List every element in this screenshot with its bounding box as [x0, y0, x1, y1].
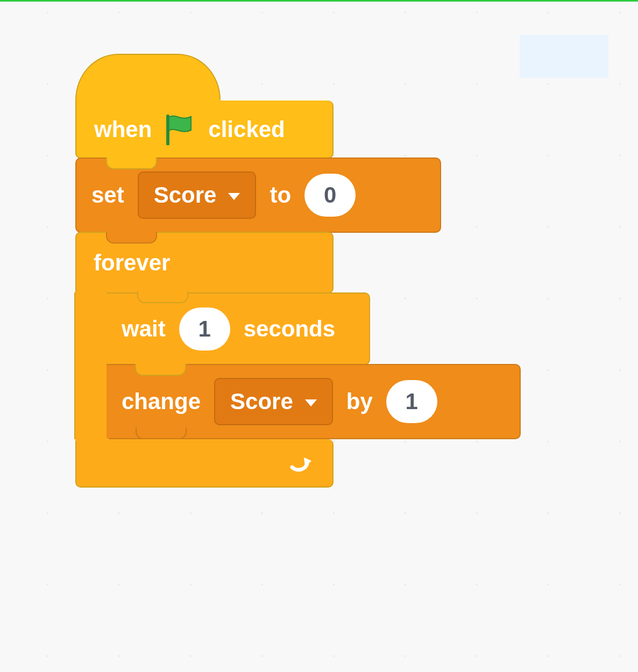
selection-highlight	[520, 35, 608, 78]
chevron-down-icon	[228, 193, 240, 200]
value-text: 0	[324, 182, 336, 208]
value-input[interactable]: 0	[304, 174, 356, 217]
forever-label: forever	[94, 250, 170, 276]
change-label: change	[122, 389, 201, 414]
forever-block[interactable]: forever wait 1 seconds change Score by	[75, 232, 334, 488]
dropdown-label: Score	[154, 182, 217, 208]
loop-arrow-icon	[288, 452, 314, 474]
top-border-accent	[0, 0, 638, 2]
when-flag-clicked-block[interactable]: when clicked	[75, 54, 334, 159]
wait-label: wait	[122, 316, 166, 342]
variable-dropdown[interactable]: Score	[138, 171, 257, 219]
block-notch	[106, 232, 157, 244]
hat-suffix-label: clicked	[208, 117, 285, 142]
set-label: set	[91, 182, 124, 208]
value-input[interactable]: 1	[179, 308, 230, 351]
block-notch	[106, 158, 157, 169]
hat-arc	[75, 54, 221, 105]
c-join	[75, 438, 109, 441]
value-input[interactable]: 1	[386, 380, 437, 423]
value-text: 1	[199, 316, 211, 342]
block-notch	[135, 364, 186, 376]
block-notch	[136, 427, 187, 439]
forever-body: wait 1 seconds change Score by 1	[75, 292, 334, 439]
variable-dropdown[interactable]: Score	[214, 378, 333, 425]
to-label: to	[270, 182, 291, 208]
chevron-down-icon	[305, 399, 317, 406]
forever-bottom	[75, 439, 334, 488]
by-label: by	[346, 389, 373, 414]
seconds-label: seconds	[244, 316, 335, 342]
wait-block[interactable]: wait 1 seconds	[107, 292, 370, 365]
green-flag-icon	[165, 114, 195, 145]
dropdown-label: Score	[230, 389, 293, 414]
forever-top: forever	[75, 232, 334, 294]
hat-content: when clicked	[75, 101, 304, 159]
script-canvas[interactable]: when clicked set Score to 0 forever	[75, 54, 441, 488]
value-text: 1	[406, 389, 418, 414]
hat-prefix-label: when	[94, 117, 152, 142]
set-variable-block[interactable]: set Score to 0	[75, 158, 441, 233]
block-notch	[137, 291, 188, 303]
